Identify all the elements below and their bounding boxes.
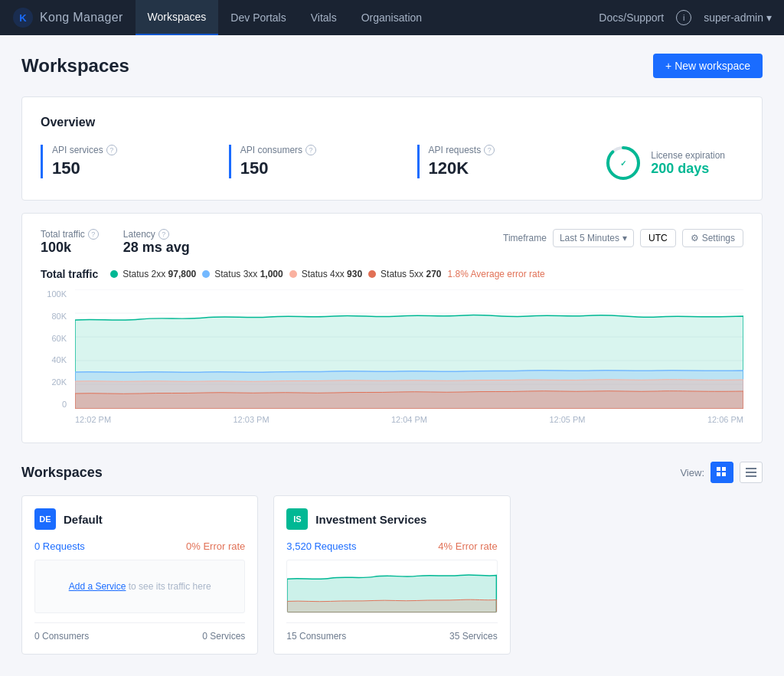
chevron-down-icon: ▾ bbox=[622, 233, 627, 243]
legend-3xx: Status 3xx 1,000 bbox=[202, 269, 283, 279]
api-services-value: 150 bbox=[52, 158, 186, 178]
docs-support-link[interactable]: Docs/Support bbox=[599, 11, 664, 24]
workspaces-grid: DE Default 0 Requests 0% Error rate Add … bbox=[21, 495, 763, 655]
info-icon[interactable]: i bbox=[676, 10, 691, 25]
traffic-chart-svg bbox=[75, 289, 743, 409]
api-consumers-help-icon[interactable]: ? bbox=[305, 145, 316, 155]
add-service-link[interactable]: Add a Service bbox=[69, 581, 126, 592]
latency-value: 28 ms avg bbox=[123, 240, 190, 256]
svg-rect-11 bbox=[717, 467, 720, 471]
brand-text: Kong Manager bbox=[40, 11, 123, 24]
api-services-help-icon[interactable]: ? bbox=[106, 145, 117, 155]
view-controls: View: bbox=[680, 462, 763, 483]
workspace-metrics-is: 3,520 Requests 4% Error rate bbox=[286, 540, 497, 552]
traffic-top: Total traffic ? 100k Latency ? 28 ms avg… bbox=[41, 229, 743, 256]
user-menu[interactable]: super-admin ▾ bbox=[704, 11, 772, 24]
svg-text:K: K bbox=[19, 12, 27, 24]
traffic-stats: Total traffic ? 100k Latency ? 28 ms avg bbox=[41, 229, 190, 256]
legend-2xx: Status 2xx 97,800 bbox=[110, 269, 196, 279]
workspace-name-is: Investment Services bbox=[315, 513, 426, 526]
nav-dev-portals[interactable]: Dev Portals bbox=[218, 0, 298, 35]
license-circle-icon: ✓ bbox=[605, 145, 642, 181]
workspace-footer-default: 0 Consumers 0 Services bbox=[34, 622, 245, 642]
legend-label-4xx: Status 4xx 930 bbox=[302, 269, 362, 279]
api-requests-help-icon[interactable]: ? bbox=[484, 145, 495, 155]
total-traffic-value: 100k bbox=[41, 240, 99, 256]
nav-vitals[interactable]: Vitals bbox=[299, 0, 349, 35]
svg-rect-13 bbox=[717, 472, 720, 476]
chart-svg-area bbox=[75, 289, 743, 409]
metrics-row: API services ? 150 API consumers ? 150 A… bbox=[41, 145, 743, 181]
api-requests-label: API requests ? bbox=[429, 145, 563, 155]
workspace-error-rate-is: 4% Error rate bbox=[438, 540, 497, 552]
chart-title: Total traffic bbox=[41, 268, 98, 280]
svg-rect-15 bbox=[746, 468, 756, 469]
workspace-card-is: IS Investment Services 3,520 Requests 4%… bbox=[273, 495, 510, 655]
traffic-section: Total traffic ? 100k Latency ? 28 ms avg… bbox=[21, 213, 763, 443]
workspace-requests-is[interactable]: 3,520 Requests bbox=[286, 540, 356, 552]
license-label: License expiration bbox=[651, 150, 725, 161]
chart-legend-row: Total traffic Status 2xx 97,800 Status 3… bbox=[41, 268, 743, 280]
workspace-footer-is: 15 Consumers 35 Services bbox=[286, 622, 497, 642]
nav-right: Docs/Support i super-admin ▾ bbox=[599, 10, 772, 25]
svg-rect-17 bbox=[746, 475, 756, 477]
page-content: Workspaces + New workspace Overview API … bbox=[0, 35, 784, 673]
workspace-requests-default[interactable]: 0 Requests bbox=[34, 540, 85, 552]
nav-items: Workspaces Dev Portals Vitals Organisati… bbox=[136, 0, 599, 35]
api-services-metric: API services ? 150 bbox=[41, 145, 204, 178]
overview-title: Overview bbox=[41, 116, 743, 129]
timeframe-controls: Timeframe Last 5 Minutes ▾ UTC ⚙ Setting… bbox=[503, 229, 743, 247]
workspace-name-default: Default bbox=[64, 513, 103, 526]
workspace-services-is: 35 Services bbox=[449, 631, 498, 642]
nav-organisation[interactable]: Organisation bbox=[349, 0, 434, 35]
settings-button[interactable]: ⚙ Settings bbox=[682, 229, 743, 247]
workspaces-section: Workspaces View: bbox=[21, 462, 763, 655]
legend-label-5xx: Status 5xx 270 bbox=[381, 269, 441, 279]
chart-x-axis: 12:02 PM12:03 PM12:04 PM12:05 PM12:06 PM bbox=[75, 412, 743, 427]
gear-icon: ⚙ bbox=[691, 233, 699, 243]
workspace-metrics-default: 0 Requests 0% Error rate bbox=[34, 540, 245, 552]
legend-dot-5xx bbox=[368, 270, 376, 278]
legend-label-2xx: Status 2xx 97,800 bbox=[122, 269, 196, 279]
grid-view-button[interactable] bbox=[710, 462, 733, 483]
new-workspace-button[interactable]: + New workspace bbox=[653, 54, 763, 78]
workspace-card-default: DE Default 0 Requests 0% Error rate Add … bbox=[21, 495, 258, 655]
error-rate-badge: 1.8% Average error rate bbox=[448, 269, 545, 279]
api-consumers-label: API consumers ? bbox=[240, 145, 374, 155]
api-requests-value: 120K bbox=[429, 158, 563, 178]
chevron-down-icon: ▾ bbox=[766, 11, 772, 24]
legend-dot-2xx bbox=[110, 270, 118, 278]
total-traffic-help-icon[interactable]: ? bbox=[88, 229, 99, 240]
page-header: Workspaces + New workspace bbox=[21, 54, 763, 78]
total-traffic-stat: Total traffic ? 100k bbox=[41, 229, 99, 256]
workspace-badge-is: IS bbox=[286, 508, 308, 530]
latency-label: Latency ? bbox=[123, 229, 190, 240]
legend-5xx: Status 5xx 270 bbox=[368, 269, 441, 279]
workspaces-list-title: Workspaces bbox=[21, 465, 103, 481]
kong-logo-icon: K bbox=[12, 7, 34, 28]
svg-text:✓: ✓ bbox=[620, 159, 626, 168]
api-requests-metric: API requests ? 120K bbox=[417, 145, 581, 178]
list-view-button[interactable] bbox=[740, 462, 763, 483]
latency-stat: Latency ? 28 ms avg bbox=[123, 229, 190, 256]
workspace-consumers-default: 0 Consumers bbox=[34, 631, 89, 642]
api-consumers-metric: API consumers ? 150 bbox=[229, 145, 393, 178]
page-title: Workspaces bbox=[21, 55, 129, 77]
view-label: View: bbox=[680, 467, 704, 478]
nav-workspaces[interactable]: Workspaces bbox=[136, 0, 219, 35]
brand: K Kong Manager bbox=[12, 7, 123, 28]
workspace-chart-is bbox=[286, 560, 497, 613]
license-value: 200 days bbox=[651, 161, 725, 177]
workspace-card-header-is: IS Investment Services bbox=[286, 508, 497, 530]
svg-rect-16 bbox=[746, 472, 756, 473]
legend-label-3xx: Status 3xx 1,000 bbox=[214, 269, 283, 279]
utc-button[interactable]: UTC bbox=[640, 229, 676, 247]
add-service-suffix: to see its traffic here bbox=[129, 581, 211, 592]
timeframe-select[interactable]: Last 5 Minutes ▾ bbox=[553, 229, 634, 247]
latency-help-icon[interactable]: ? bbox=[158, 229, 169, 240]
list-icon bbox=[746, 467, 756, 478]
navbar: K Kong Manager Workspaces Dev Portals Vi… bbox=[0, 0, 784, 35]
api-services-label: API services ? bbox=[52, 145, 186, 155]
legend-dot-3xx bbox=[202, 270, 210, 278]
license-info: License expiration 200 days bbox=[651, 150, 725, 177]
